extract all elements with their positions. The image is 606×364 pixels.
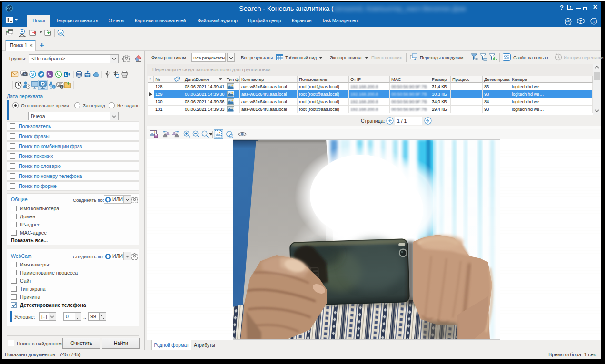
svg-text:API: API bbox=[566, 20, 570, 23]
svg-text:i: i bbox=[593, 19, 595, 24]
svg-text:S: S bbox=[31, 72, 34, 77]
svg-text:L: L bbox=[65, 72, 67, 77]
svg-text:FTP: FTP bbox=[86, 75, 89, 77]
svg-text:ID: ID bbox=[59, 31, 62, 34]
svg-text:HTTP: HTTP bbox=[77, 73, 81, 75]
svg-text:IM: IM bbox=[24, 73, 26, 76]
